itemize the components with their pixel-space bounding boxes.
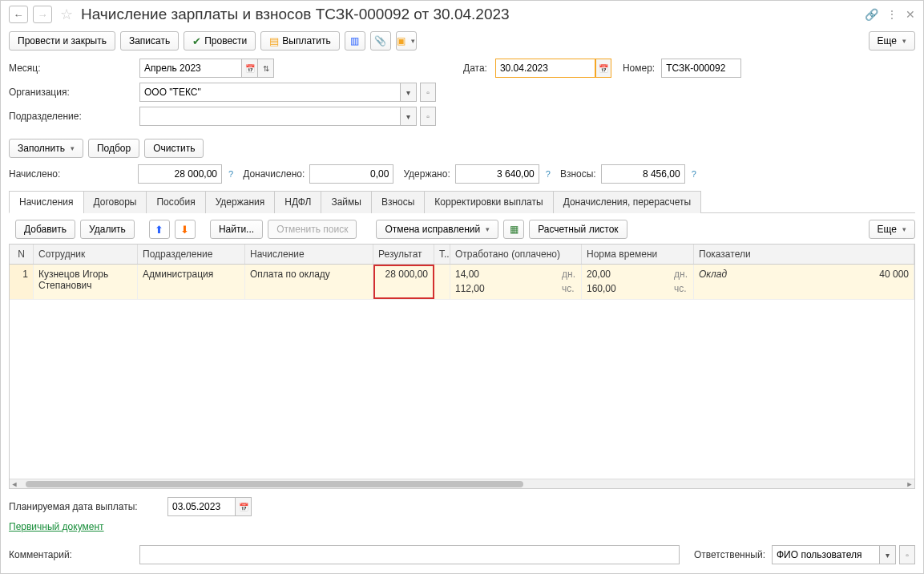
responsible-open-button[interactable]: ▫	[899, 545, 915, 564]
dept-open-button[interactable]: ▫	[420, 107, 436, 126]
withheld-value[interactable]	[455, 164, 539, 184]
accruals-table: N Сотрудник Подразделение Начисление Рез…	[9, 244, 915, 489]
comment-input[interactable]	[139, 545, 680, 564]
month-label: Месяц:	[9, 63, 133, 74]
cell-department: Администрация	[138, 265, 245, 299]
tab-more-button[interactable]: Еще	[869, 220, 915, 239]
date-input[interactable]	[495, 59, 595, 78]
dept-input[interactable]	[139, 107, 401, 126]
nav-forward-button[interactable]: →	[33, 6, 52, 23]
clear-button[interactable]: Очистить	[144, 139, 204, 158]
col-worked[interactable]: Отработано (оплачено)	[450, 245, 582, 264]
org-open-button[interactable]: ▫	[420, 83, 436, 102]
post-button[interactable]: ✔Провести	[184, 31, 256, 51]
month-input[interactable]	[139, 59, 242, 78]
scrollbar-thumb[interactable]	[26, 481, 523, 487]
tab-benefits[interactable]: Пособия	[146, 191, 205, 213]
month-calendar-button[interactable]: 📅	[242, 59, 258, 78]
indicator-value: 40 000	[879, 269, 909, 295]
indicator-name: Оклад	[699, 269, 727, 295]
cell-result[interactable]: 28 000,00	[373, 265, 434, 299]
delete-row-button[interactable]: Удалить	[80, 220, 135, 239]
report-icon-button[interactable]: ▥	[345, 31, 365, 51]
tab-loans[interactable]: Займы	[321, 191, 372, 213]
table-settings-button[interactable]: ▦	[503, 220, 524, 239]
cell-accrual: Оплата по окладу	[245, 265, 373, 299]
post-and-close-button[interactable]: Провести и закрыть	[9, 31, 115, 51]
table-row[interactable]: 1 Кузнецов Игорь Степанович Администраци…	[10, 265, 914, 300]
tab-pay-corrections[interactable]: Корректировки выплаты	[424, 191, 553, 213]
fill-button[interactable]: Заполнить	[9, 139, 83, 158]
responsible-input[interactable]	[772, 545, 880, 564]
cell-norm: 20,00дн. 160,00чс.	[582, 265, 694, 299]
tab-deductions[interactable]: Удержания	[205, 191, 276, 213]
post-check-icon: ✔	[192, 35, 201, 47]
favorite-star-icon[interactable]: ☆	[60, 6, 73, 23]
paperclip-icon: 📎	[374, 35, 386, 46]
org-input[interactable]	[139, 83, 401, 102]
scroll-left-arrow-icon[interactable]: ◄	[10, 480, 19, 488]
nav-back-button[interactable]: ←	[9, 6, 28, 23]
contrib-help-icon[interactable]: ?	[692, 169, 696, 179]
add-row-button[interactable]: Добавить	[15, 220, 75, 239]
link-icon[interactable]: 🔗	[865, 8, 878, 21]
dept-dropdown-button[interactable]: ▾	[401, 107, 417, 126]
cancel-corrections-button[interactable]: Отмена исправлений	[376, 220, 498, 239]
withheld-label: Удержано:	[403, 168, 450, 180]
withheld-help-icon[interactable]: ?	[546, 169, 551, 179]
col-result[interactable]: Результат	[373, 245, 434, 264]
close-icon[interactable]: ✕	[906, 8, 915, 21]
col-n[interactable]: N	[10, 245, 34, 264]
accrued-value[interactable]	[138, 164, 222, 184]
tab-recalc[interactable]: Доначисления, перерасчеты	[553, 191, 701, 213]
move-up-button[interactable]: ⬆	[149, 220, 170, 239]
month-spinner-button[interactable]: ⇅	[258, 59, 274, 78]
col-norm[interactable]: Норма времени	[582, 245, 694, 264]
document-icon: ▥	[350, 35, 359, 46]
extra-accrued-label: Доначислено:	[243, 168, 305, 180]
cancel-search-button[interactable]: Отменить поиск	[268, 220, 357, 239]
responsible-dropdown-button[interactable]: ▾	[880, 545, 896, 564]
scroll-right-arrow-icon[interactable]: ►	[905, 480, 914, 488]
payslip-button[interactable]: Расчетный листок	[529, 220, 627, 239]
tab-bar: Начисления Договоры Пособия Удержания НД…	[9, 190, 915, 213]
source-document-link[interactable]: Первичный документ	[9, 521, 104, 532]
horizontal-scrollbar[interactable]: ◄ ►	[10, 479, 914, 488]
number-label: Номер:	[623, 63, 655, 74]
col-t[interactable]: Т..	[434, 245, 450, 264]
col-accrual[interactable]: Начисление	[245, 245, 373, 264]
attachment-button[interactable]: 📎	[370, 31, 391, 51]
find-button[interactable]: Найти...	[210, 220, 263, 239]
move-down-button[interactable]: ⬇	[175, 220, 196, 239]
calendar-icon: 📅	[245, 64, 255, 73]
tab-ndfl[interactable]: НДФЛ	[274, 191, 321, 213]
extra-accrued-value[interactable]	[309, 164, 393, 184]
col-employee[interactable]: Сотрудник	[34, 245, 138, 264]
org-dropdown-button[interactable]: ▾	[401, 83, 417, 102]
tab-contributions[interactable]: Взносы	[371, 191, 425, 213]
col-department[interactable]: Подразделение	[138, 245, 245, 264]
contrib-value[interactable]	[601, 164, 685, 184]
select-button[interactable]: Подбор	[88, 139, 139, 158]
date-calendar-button[interactable]: 📅	[595, 59, 611, 78]
unit-days: дн.	[666, 269, 688, 280]
col-indicators[interactable]: Показатели	[694, 245, 914, 264]
tab-accruals[interactable]: Начисления	[9, 191, 84, 213]
tab-contracts[interactable]: Договоры	[83, 191, 147, 213]
pay-button[interactable]: ▤Выплатить	[260, 31, 340, 51]
accrued-help-icon[interactable]: ?	[228, 169, 233, 179]
pay-button-label: Выплатить	[282, 35, 331, 46]
folder-icon: ▣	[397, 35, 406, 46]
number-input[interactable]	[661, 59, 741, 78]
kebab-menu-icon[interactable]: ⋮	[886, 8, 898, 21]
calendar-icon: 📅	[599, 64, 608, 73]
planned-date-input[interactable]	[167, 497, 236, 516]
write-button[interactable]: Записать	[120, 31, 179, 51]
unit-hours: чс.	[666, 283, 688, 294]
extra-menu-button[interactable]: ▣	[396, 31, 417, 51]
responsible-label: Ответственный:	[694, 549, 765, 560]
calendar-icon: 📅	[239, 503, 248, 511]
planned-date-calendar-button[interactable]: 📅	[236, 497, 252, 516]
worked-hours-value: 112,00	[455, 283, 485, 294]
more-button[interactable]: Еще	[869, 31, 915, 51]
